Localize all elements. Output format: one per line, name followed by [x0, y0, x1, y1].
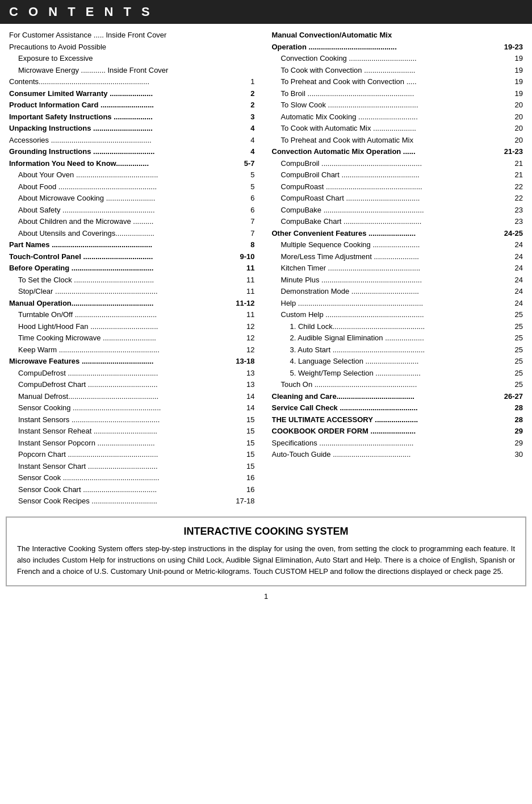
- toc-label: Service Call Check .....................…: [272, 402, 506, 414]
- toc-label: About Microwave Cooking ................…: [9, 193, 238, 204]
- toc-label: Turntable On/Off .......................…: [9, 309, 238, 320]
- toc-label: To Set the Clock .......................…: [9, 274, 238, 286]
- toc-page: 14: [238, 402, 255, 414]
- toc-label: Manual Convection/Automatic Mix: [272, 30, 506, 41]
- toc-page: 25: [506, 321, 523, 332]
- toc-entry: To Cook with Automatic Mix .............…: [272, 123, 523, 134]
- toc-entry: About Microwave Cooking ................…: [9, 193, 255, 204]
- toc-page: 12: [238, 344, 255, 356]
- toc-entry: To Slow Cook ...........................…: [272, 99, 523, 111]
- toc-entry: THE ULTIMATE ACCESSORY .................…: [272, 414, 523, 426]
- toc-entry: CompuBake Chart ........................…: [272, 216, 523, 227]
- toc-page: 17-18: [236, 495, 254, 507]
- toc-entry: CompuBake ..............................…: [272, 205, 523, 216]
- toc-entry: Sensor Cook Chart ......................…: [9, 484, 255, 495]
- toc-page: 25: [506, 379, 523, 390]
- toc-entry: Turntable On/Off .......................…: [9, 309, 255, 320]
- toc-entry: Automatic Mix Cooking ..................…: [272, 111, 523, 123]
- header-title: C O N T E N T S: [9, 5, 153, 19]
- toc-page: 6: [238, 205, 255, 216]
- toc-label: Manual Defrost..........................…: [9, 391, 238, 402]
- toc-label: Manual Operation........................…: [9, 298, 236, 309]
- toc-entry: To Preheat and Cook with Automatic Mix20: [272, 135, 523, 146]
- toc-entry: Multiple Sequence Cooking ..............…: [272, 239, 523, 251]
- toc-label: Exposure to Excessive: [9, 53, 238, 64]
- toc-page: 25: [506, 356, 523, 367]
- toc-entry: Sensor Cook Recipes ....................…: [9, 495, 255, 507]
- toc-label: CompuRoast Chart .......................…: [272, 193, 506, 204]
- toc-entry: Manual Defrost..........................…: [9, 391, 255, 402]
- toc-page: 25: [506, 368, 523, 379]
- toc-entry: Help ...................................…: [272, 298, 523, 309]
- toc-label: Custom Help ............................…: [272, 309, 506, 320]
- toc-label: Sensor Cook ............................…: [9, 472, 238, 484]
- page-number: 1: [0, 592, 532, 601]
- toc-entry: Manual Convection/Automatic Mix: [272, 30, 523, 41]
- toc-entry: Important Safety Instructions ..........…: [9, 111, 255, 123]
- toc-label: CompuDefrost ...........................…: [9, 368, 238, 379]
- toc-page: 5: [238, 169, 255, 181]
- toc-page: 12: [238, 332, 255, 344]
- toc-entry: Information You Need to Know............…: [9, 158, 255, 169]
- toc-entry: Microwave Energy ............ Inside Fro…: [9, 65, 255, 76]
- toc-label: COOKBOOK ORDER FORM ....................…: [272, 426, 506, 437]
- toc-label: Grounding Instructions .................…: [9, 146, 238, 157]
- toc-label: About Children and the Microwave .......…: [9, 216, 238, 227]
- toc-page: 15: [238, 438, 255, 449]
- toc-page: 15: [238, 426, 255, 437]
- toc-label: CompuBroil Chart .......................…: [272, 169, 506, 181]
- toc-entry: Instant Sensor Chart ...................…: [9, 461, 255, 472]
- toc-page: 11: [238, 263, 255, 274]
- toc-label: Part Names .............................…: [9, 239, 238, 251]
- toc-entry: CompuRoast Chart .......................…: [272, 193, 523, 204]
- toc-entry: About Safety ...........................…: [9, 205, 255, 216]
- toc-label: Instant Sensor Popcorn .................…: [9, 438, 238, 449]
- toc-page: 24: [506, 263, 523, 274]
- toc-label: Consumer Limited Warranty ..............…: [9, 88, 238, 99]
- toc-entry: To Broil ...............................…: [272, 88, 523, 99]
- toc-label: Before Operating .......................…: [9, 263, 238, 274]
- toc-page: 1: [238, 76, 255, 88]
- toc-page: 25: [506, 344, 523, 356]
- toc-page: 4: [238, 146, 255, 157]
- toc-label: More/Less Time Adjustment ..............…: [272, 251, 506, 263]
- toc-label: CompuBake ..............................…: [272, 205, 506, 216]
- toc-entry: CompuRoast .............................…: [272, 181, 523, 193]
- toc-page: 24: [506, 251, 523, 263]
- toc-label: About Utensils and Coverings............…: [9, 228, 238, 239]
- toc-page: 24: [506, 239, 523, 251]
- toc-label: 5. Weight/Temp Selection ...............…: [272, 368, 506, 379]
- toc-entry: About Your Oven ........................…: [9, 169, 255, 181]
- toc-entry: To Set the Clock .......................…: [9, 274, 255, 286]
- toc-page: 14: [238, 391, 255, 402]
- toc-label: To Cook with Convection ................…: [272, 65, 506, 76]
- toc-page: 4: [238, 135, 255, 146]
- toc-entry: Specifications .........................…: [272, 438, 523, 449]
- toc-page: 30: [506, 449, 523, 460]
- toc-page: 29: [506, 438, 523, 449]
- toc-page: 28: [506, 414, 523, 426]
- toc-label: Instant Sensors ........................…: [9, 414, 238, 426]
- toc-page: 15: [238, 461, 255, 472]
- toc-label: Contents................................…: [9, 76, 238, 88]
- toc-page: 7: [238, 228, 255, 239]
- toc-page: 21-23: [504, 146, 523, 157]
- toc-entry: Convection Automatic Mix Operation .....…: [272, 146, 523, 157]
- toc-entry: Precautions to Avoid Possible: [9, 41, 255, 53]
- toc-entry: Consumer Limited Warranty ..............…: [9, 88, 255, 99]
- toc-label: Popcorn Chart ..........................…: [9, 449, 238, 460]
- interactive-box: INTERACTIVE COOKING SYSTEM The Interacti…: [6, 516, 526, 586]
- toc-page: 2: [238, 88, 255, 99]
- toc-page: 19: [506, 88, 523, 99]
- toc-entry: More/Less Time Adjustment ..............…: [272, 251, 523, 263]
- toc-label: Touch On ...............................…: [272, 379, 506, 390]
- toc-label: Information You Need to Know............…: [9, 158, 238, 169]
- toc-label: To Slow Cook ...........................…: [272, 99, 506, 111]
- toc-label: Kitchen Timer ..........................…: [272, 263, 506, 274]
- toc-page: 15: [238, 449, 255, 460]
- toc-page: 28: [506, 402, 523, 414]
- toc-entry: About Utensils and Coverings............…: [9, 228, 255, 239]
- toc-entry: Custom Help ............................…: [272, 309, 523, 320]
- toc-entry: Kitchen Timer ..........................…: [272, 263, 523, 274]
- toc-entry: Hood Light/Hood Fan ....................…: [9, 321, 255, 332]
